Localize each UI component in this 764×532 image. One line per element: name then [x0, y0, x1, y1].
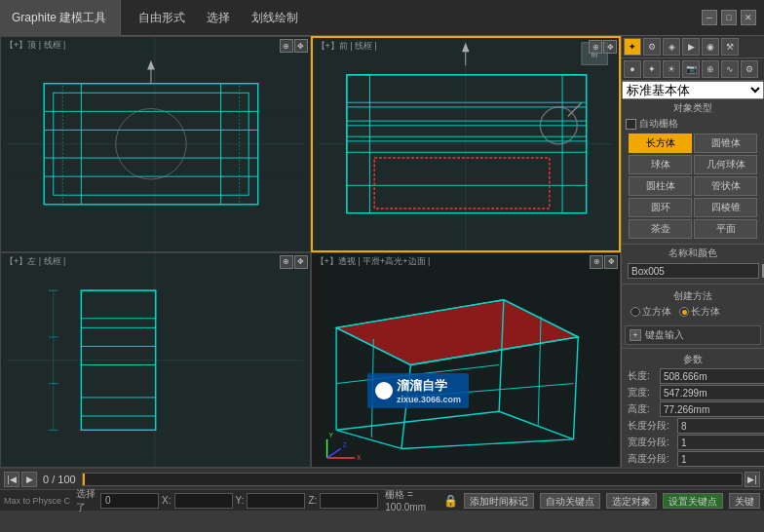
system-icon[interactable]: ⚙ — [741, 60, 758, 78]
display-tab-icon[interactable]: ◉ — [702, 38, 719, 56]
viewport-persp[interactable]: 【+】透视 | 平滑+高光+边面 | — [311, 252, 622, 469]
vp-front-pan[interactable]: ✥ — [603, 40, 617, 54]
obj-btn-plane[interactable]: 平面 — [694, 219, 757, 239]
param-width-input[interactable] — [660, 385, 764, 400]
viewport-top-svg — [1, 37, 310, 251]
obj-btn-torus[interactable]: 圆环 — [629, 198, 692, 217]
creation-method-label: 创建方法 — [628, 289, 758, 303]
key-filter-button[interactable]: 关键 — [729, 493, 760, 509]
auto-grid-checkbox[interactable] — [626, 119, 636, 130]
radio-box[interactable]: 长方体 — [679, 305, 720, 319]
svg-text:X: X — [357, 453, 362, 460]
add-time-button[interactable]: 添加时间标记 — [464, 493, 534, 509]
svg-text:Z: Z — [342, 440, 346, 447]
y-input[interactable] — [247, 493, 305, 509]
minimize-button[interactable]: ─ — [702, 10, 717, 25]
keyboard-input-label: 键盘输入 — [645, 328, 684, 342]
param-wseg-input[interactable] — [677, 435, 764, 450]
motion-tab-icon[interactable]: ▶ — [682, 38, 700, 56]
param-width-label: 宽度: — [628, 386, 657, 399]
params-label: 参数 — [625, 353, 761, 366]
object-type-grid: 长方体 圆锥体 球体 几何球体 圆柱体 管状体 圆环 四棱锥 茶壶 平面 — [629, 133, 757, 239]
radio-cube[interactable]: 立方体 — [630, 305, 671, 319]
timeline-track[interactable] — [82, 473, 743, 486]
param-wseg-label: 宽度分段: — [628, 436, 674, 449]
selected-obj-button[interactable]: 选定对象 — [606, 493, 657, 509]
obj-btn-pyramid[interactable]: 四棱锥 — [694, 198, 757, 217]
menu-bar: 自由形式 选择 划线绘制 — [121, 0, 316, 36]
utilities-tab-icon[interactable]: ⚒ — [721, 38, 739, 56]
frame-counter: 0 / 100 — [43, 474, 76, 485]
obj-btn-sphere[interactable]: 球体 — [629, 155, 692, 174]
lock-icon: 🔒 — [443, 494, 458, 508]
param-height-input[interactable] — [660, 401, 764, 417]
shape-icon[interactable]: ✦ — [643, 60, 661, 78]
menu-draw[interactable]: 划线绘制 — [242, 6, 308, 30]
viewport-top[interactable]: 【+】顶 | 线框 | — [0, 36, 311, 252]
param-length-input[interactable] — [660, 368, 764, 384]
vp-front-zoom[interactable]: ⊕ — [589, 40, 602, 54]
param-hseg-input[interactable] — [677, 451, 764, 467]
obj-btn-teapot[interactable]: 茶壶 — [629, 219, 692, 239]
object-type-header: 对象类型 — [626, 101, 760, 115]
close-button[interactable]: ✕ — [741, 10, 756, 25]
radio-box-circle[interactable] — [679, 307, 689, 317]
viewport-left-svg — [1, 253, 310, 468]
panel-top-icons: ✦ ⚙ ◈ ▶ ◉ ⚒ — [622, 36, 764, 58]
obj-btn-cylinder[interactable]: 圆柱体 — [629, 176, 692, 196]
viewport-left[interactable]: 【+】左 | 线框 | ⊕ — [0, 252, 311, 469]
vp-left-pan[interactable]: ✥ — [294, 255, 308, 269]
vp-persp-zoom[interactable]: ⊕ — [590, 255, 603, 269]
light-icon[interactable]: ☀ — [663, 60, 680, 78]
param-lseg-row: 长度分段: ▲ ▼ — [628, 418, 758, 434]
watermark-text: 溜溜自学 zixue.3066.com — [397, 377, 461, 404]
obj-btn-geosphere[interactable]: 几何球体 — [694, 155, 757, 174]
title-bar: Graphite 建模工具 自由形式 选择 划线绘制 ─ □ ✕ — [0, 0, 764, 36]
helper-icon[interactable]: ⊕ — [702, 60, 719, 78]
keyboard-input-section[interactable]: + 键盘输入 — [625, 325, 761, 345]
radio-box-label: 长方体 — [691, 305, 720, 319]
name-color-label: 名称和颜色 — [625, 247, 761, 260]
camera-icon[interactable]: 📷 — [682, 60, 700, 78]
hierarchy-tab-icon[interactable]: ◈ — [663, 38, 680, 56]
space-warp-icon[interactable]: ∿ — [721, 60, 739, 78]
obj-btn-tube[interactable]: 管状体 — [694, 176, 757, 196]
vp-left-zoom[interactable]: ⊕ — [280, 255, 293, 269]
expand-keyboard-btn[interactable]: + — [630, 329, 641, 341]
menu-select[interactable]: 选择 — [197, 6, 240, 30]
selected-count-input[interactable] — [100, 493, 159, 509]
z-input[interactable] — [320, 493, 378, 509]
geometry-icon[interactable]: ● — [624, 60, 641, 78]
auto-key-button[interactable]: 自动关键点 — [540, 493, 600, 509]
vp-top-pan[interactable]: ✥ — [294, 39, 308, 53]
param-length-row: 长度: ▲ ▼ — [628, 368, 758, 384]
menu-freeform[interactable]: 自由形式 — [129, 6, 195, 30]
timeline-slider[interactable] — [83, 474, 85, 485]
vp-persp-pan[interactable]: ✥ — [604, 255, 618, 269]
timeline-next-btn[interactable]: ▶| — [745, 472, 760, 487]
object-type-dropdown[interactable]: 标准基本体 — [622, 81, 764, 99]
maximize-button[interactable]: □ — [721, 10, 737, 25]
z-label: Z: — [308, 495, 317, 506]
timeline-play-btn[interactable]: ▶ — [21, 472, 37, 487]
viewport-front[interactable]: 【+】前 | 线框 | — [311, 36, 622, 252]
radio-cube-label: 立方体 — [642, 305, 671, 319]
timeline-prev-btn[interactable]: |◀ — [4, 472, 19, 487]
title-controls: ─ □ ✕ — [702, 10, 764, 25]
radio-cube-circle[interactable] — [630, 307, 640, 317]
viewport-top-nav: ⊕ ✥ — [280, 39, 308, 53]
set-key-button[interactable]: 设置关键点 — [663, 493, 723, 509]
name-input[interactable] — [628, 263, 759, 279]
obj-btn-cone[interactable]: 圆锥体 — [694, 133, 757, 153]
auto-grid-row: 自动栅格 — [626, 117, 760, 131]
x-input[interactable] — [174, 493, 233, 509]
y-label: Y: — [236, 495, 245, 506]
name-color-section: 名称和颜色 — [622, 244, 764, 284]
modify-tab-icon[interactable]: ⚙ — [643, 38, 661, 56]
viewport-left-nav: ⊕ ✥ — [280, 255, 308, 269]
param-lseg-input[interactable] — [677, 418, 764, 434]
obj-btn-box[interactable]: 长方体 — [629, 133, 692, 153]
create-tab-icon[interactable]: ✦ — [624, 38, 641, 56]
vp-top-zoom[interactable]: ⊕ — [280, 39, 293, 53]
viewport-front-nav: ⊕ ✥ — [589, 40, 617, 54]
